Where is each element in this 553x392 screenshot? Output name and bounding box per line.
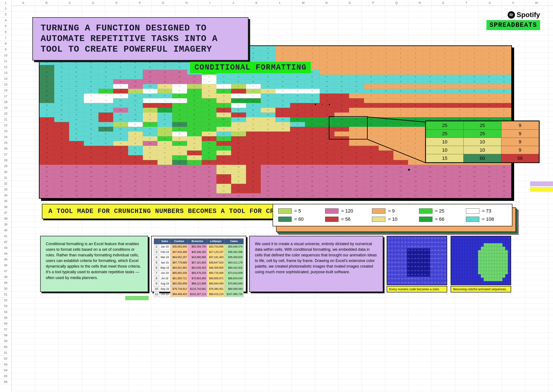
zoom-inset: 25259252591010910109156056 <box>425 120 540 163</box>
caption-2: Becoming colorful animated sequences. <box>451 286 511 293</box>
logo-block: Spotify SPREADBEATS <box>486 11 540 30</box>
card-mini-spreadsheet: SalesCookiesBrowniesLollipopsCakes2Jan-1… <box>151 236 246 292</box>
card-explanation: Conditional formatting is an Excel featu… <box>40 236 148 292</box>
spreadbeats-label: SPREADBEATS <box>486 20 540 30</box>
card-usage: We used it to create a visual universe, … <box>249 236 383 292</box>
zoom-table: 25259252591010910109156056 <box>426 121 539 162</box>
card-explanation-text: Conditional formatting is an Excel featu… <box>46 241 143 280</box>
subtitle-tag: CONDITIONAL FORMATTING <box>190 62 311 73</box>
thumb-animated-face <box>451 236 511 285</box>
stub-green <box>125 296 149 300</box>
title-box: Turning a function designed to automate … <box>32 17 248 61</box>
spotify-logo: Spotify <box>486 11 540 19</box>
stub-yellow <box>530 187 553 192</box>
card-usage-text: We used it to create a visual universe, … <box>255 241 378 275</box>
spotify-icon <box>508 11 515 19</box>
row-headers: 1234567891011121314151617181920212223242… <box>0 0 12 392</box>
mini-table: SalesCookiesBrowniesLollipopsCakes2Jan-1… <box>154 238 244 297</box>
title-text: Turning a function designed to automate … <box>41 23 240 55</box>
cursor-icon: ✦ <box>407 167 411 173</box>
thumb-numeric-codes: 0132639526578911041171301431561691821952… <box>387 236 447 285</box>
zoom-source-frame <box>329 116 368 140</box>
stub-purple <box>530 182 553 186</box>
face-eyes: ● ○ ● <box>315 103 332 106</box>
caption-1: Every numeric code becomes a color. <box>387 286 447 293</box>
column-headers: ABCDEFGHIJKLMNOPQRSTUVW <box>0 0 553 6</box>
spotify-label: Spotify <box>517 11 540 19</box>
color-legend: = 5= 120= 9= 25= 73= 60= 56= 10= 66= 108 <box>273 204 512 226</box>
